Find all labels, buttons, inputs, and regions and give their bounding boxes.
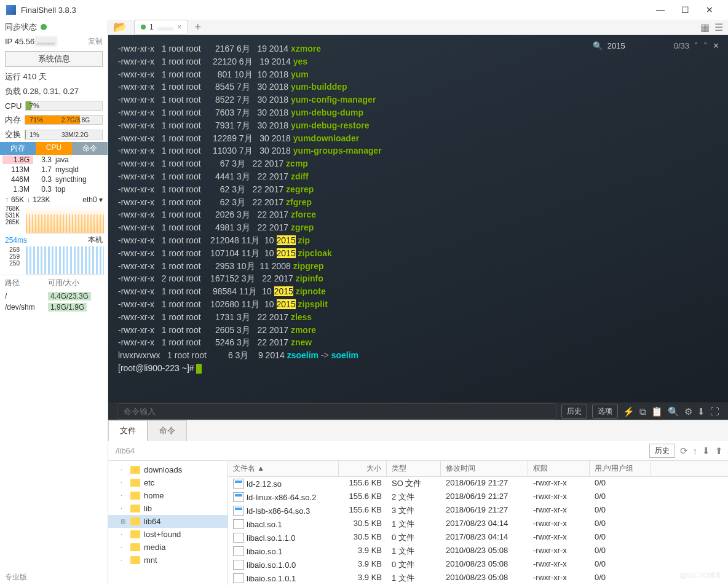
- upload-icon[interactable]: ⬆: [715, 446, 723, 457]
- file-row[interactable]: libaio.so.1.0.03.9 KB0 文件2010/08/23 05:0…: [228, 558, 728, 571]
- tree-item[interactable]: ·lib: [108, 502, 228, 515]
- terminal-line: -rwxr-xr-x 1 root root 2605 3月 22 2017 z…: [118, 324, 718, 337]
- file-row[interactable]: libaio.so.13.9 KB1 文件2010/08/23 05:08-rw…: [228, 544, 728, 558]
- paste-icon[interactable]: 📋: [651, 406, 663, 417]
- folder-icon: [130, 517, 140, 525]
- ping-local: 本机: [88, 235, 103, 245]
- sync-dot-icon: [41, 24, 47, 30]
- fullscreen-icon[interactable]: ⛶: [710, 406, 719, 417]
- sysinfo-button[interactable]: 系统信息: [5, 51, 103, 67]
- gear-icon[interactable]: ⚙: [684, 406, 692, 417]
- folder-icon: [130, 479, 140, 487]
- titlebar: FinalShell 3.8.3 — ☐ ✕: [0, 0, 728, 20]
- swap-val: 33M/2.2G: [61, 132, 89, 138]
- copy-icon[interactable]: ⧉: [639, 406, 646, 417]
- terminal-line: -rwxr-xr-x 1 root root 8522 7月 30 2018 y…: [118, 93, 718, 106]
- terminal-line: -rwxr-xr-x 1 root root 4981 3月 22 2017 z…: [118, 221, 718, 234]
- terminal[interactable]: 🔍 0/33 ˄ ˅ ✕ -rwxr-xr-x 1 root root 2167…: [108, 35, 728, 402]
- path-history-button[interactable]: 历史: [649, 444, 675, 458]
- swap-metric: 交换 1% 33M/2.2G: [0, 127, 108, 142]
- maximize-button[interactable]: ☐: [673, 1, 697, 19]
- terminal-line: -rwxr-xr-x 1 root root 22120 6月 19 2014 …: [118, 55, 718, 68]
- folder-icon[interactable]: 📂: [113, 20, 127, 34]
- uptime: 运行 410 天: [0, 69, 108, 84]
- terminal-line: -rwxr-xr-x 1 root root 62 3月 22 2017 zeg…: [118, 183, 718, 196]
- swap-pct: 1%: [30, 131, 39, 138]
- file-row[interactable]: libacl.so.1.1.030.5 KB0 文件2017/08/23 04:…: [228, 531, 728, 544]
- file-icon: [233, 546, 244, 556]
- file-row[interactable]: libaio.so.1.0.13.9 KB1 文件2010/08/23 05:0…: [228, 571, 728, 585]
- disk-row: /dev/shm1.9G/1.9G: [0, 302, 108, 313]
- tree-item[interactable]: ·lost+found: [108, 528, 228, 541]
- terminal-line: -rwxr-xr-x 1 root root 212048 11月 10 201…: [118, 234, 718, 247]
- tree-item[interactable]: ·downloads: [108, 463, 228, 476]
- file-row[interactable]: ld-linux-x86-64.so.2155.6 KB2 文件2018/06/…: [228, 490, 728, 504]
- bolt-icon[interactable]: ⚡: [623, 406, 635, 417]
- find-icon[interactable]: 🔍: [668, 406, 679, 417]
- up-icon[interactable]: ↑: [693, 446, 698, 456]
- file-row[interactable]: ld-2.12.so155.6 KBSO 文件2018/06/19 21:27-…: [228, 477, 728, 490]
- terminal-line: lrwxrwxrwx 1 root root 6 3月 9 2014 zsoel…: [118, 349, 718, 362]
- mem-val: 2.7G/3.8G: [61, 117, 90, 124]
- download-icon[interactable]: ⬇: [697, 406, 705, 417]
- tab-files[interactable]: 文件: [108, 420, 148, 441]
- net-row: ↑65K ↓123K eth0 ▾: [0, 194, 108, 205]
- terminal-line: -rwxr-xr-x 1 root root 4441 3月 22 2017 z…: [118, 170, 718, 183]
- copy-button[interactable]: 复制: [88, 36, 103, 47]
- net-chart: [26, 205, 104, 234]
- list-view-icon[interactable]: ☰: [714, 22, 723, 33]
- tree-item[interactable]: ⊞lib64: [108, 515, 228, 528]
- file-row[interactable]: ld-lsb-x86-64.so.3155.6 KB3 文件2018/06/19…: [228, 504, 728, 517]
- file-list[interactable]: 文件名 ▲ 大小 类型 修改时间 权限 用户/用户组 ld-2.12.so155…: [228, 461, 728, 585]
- folder-tree[interactable]: ·downloads·etc·home·lib⊞lib64·lost+found…: [108, 461, 228, 585]
- search-input[interactable]: [607, 41, 669, 50]
- search-count: 0/33: [674, 41, 689, 50]
- net-interface-select[interactable]: eth0 ▾: [82, 195, 103, 204]
- cpu-metric: CPU 7%: [0, 99, 108, 112]
- command-bar: 历史 选项 ⚡ ⧉ 📋 🔍 ⚙ ⬇ ⛶: [108, 402, 728, 420]
- ip-row: IP 45.56........ 复制: [0, 34, 108, 49]
- options-button[interactable]: 选项: [592, 404, 618, 419]
- net-dn: 123K: [33, 195, 50, 204]
- download2-icon[interactable]: ⬇: [702, 446, 710, 457]
- file-icon: [233, 573, 244, 583]
- tree-item[interactable]: ·etc: [108, 476, 228, 489]
- tab-bar: 📂 1 ........ × + ▦ ☰: [108, 20, 728, 35]
- path-input[interactable]: /lib64: [113, 445, 644, 457]
- load: 负载 0.28, 0.31, 0.27: [0, 84, 108, 99]
- folder-icon: [130, 556, 140, 564]
- mem-pct: 71%: [30, 116, 43, 124]
- terminal-line: -rwxr-xr-x 1 root root 8545 7月 30 2018 y…: [118, 80, 718, 93]
- tree-item[interactable]: ·home: [108, 489, 228, 502]
- tab-commands[interactable]: 命令: [148, 420, 187, 441]
- tree-item[interactable]: ·media: [108, 541, 228, 554]
- session-tab[interactable]: 1 ........ ×: [134, 20, 188, 34]
- terminal-line: -rwxr-xr-x 1 root root 7931 7月 30 2018 y…: [118, 119, 718, 132]
- terminal-line: -rwxr-xr-x 1 root root 2953 10月 11 2008 …: [118, 260, 718, 273]
- search-close-icon[interactable]: ✕: [713, 41, 719, 50]
- proc-row: 1.3M0.3top: [0, 184, 108, 194]
- file-row[interactable]: libacl.so.130.5 KB1 文件2017/08/23 04:14-r…: [228, 517, 728, 531]
- tree-item[interactable]: ·mnt: [108, 554, 228, 567]
- terminal-line: -rwxr-xr-x 1 root root 2026 3月 22 2017 z…: [118, 208, 718, 221]
- close-button[interactable]: ✕: [697, 1, 722, 19]
- search-prev-icon[interactable]: ˄: [694, 41, 698, 50]
- refresh-icon[interactable]: ⟳: [680, 446, 688, 457]
- ping-val: 254ms: [5, 236, 27, 245]
- command-input[interactable]: [117, 403, 556, 420]
- search-next-icon[interactable]: ˅: [703, 41, 708, 50]
- swap-label: 交换: [5, 129, 21, 140]
- terminal-line: -rwxr-xr-x 1 root root 801 10月 10 2018 y…: [118, 68, 718, 81]
- search-icon: 🔍: [593, 41, 603, 50]
- cursor: [196, 364, 202, 374]
- terminal-line: -rwxr-xr-x 2 root root 167152 3月 22 2017…: [118, 272, 718, 285]
- file-icon: [233, 492, 244, 502]
- new-tab-button[interactable]: +: [194, 21, 201, 34]
- grid-view-icon[interactable]: ▦: [700, 22, 710, 33]
- app-icon: [6, 5, 16, 15]
- tab-close-icon[interactable]: ×: [177, 23, 181, 31]
- tab-label: 1: [149, 23, 154, 31]
- minimize-button[interactable]: —: [648, 1, 673, 19]
- file-icon: [233, 533, 244, 543]
- history-button[interactable]: 历史: [561, 404, 587, 419]
